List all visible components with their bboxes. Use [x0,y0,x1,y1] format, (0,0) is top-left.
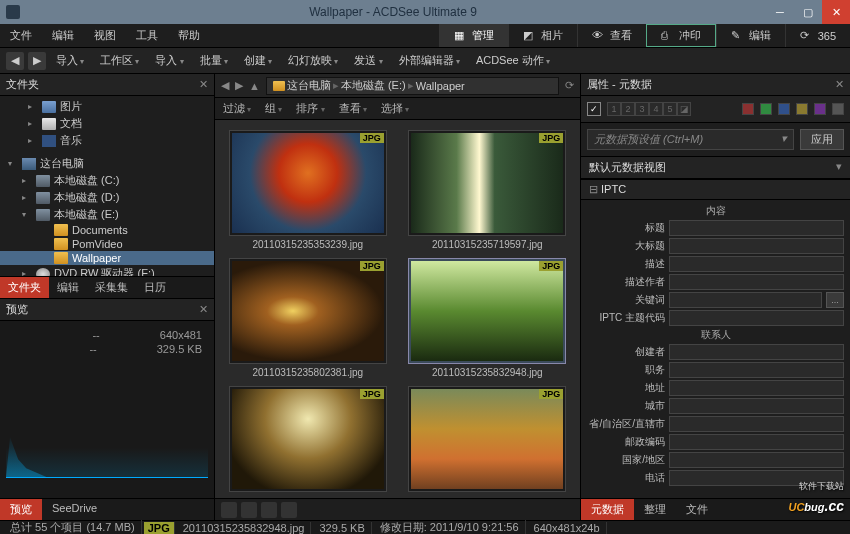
path-back-icon[interactable]: ◀ [221,79,229,92]
mode-photo[interactable]: ◩相片 [508,24,577,47]
panel-close-icon[interactable]: ✕ [199,78,208,91]
panel-close-icon[interactable]: ✕ [199,303,208,316]
tool-icon[interactable] [221,502,237,518]
color-label[interactable] [814,103,826,115]
minimize-button[interactable]: ─ [766,0,794,24]
tree-node-folder-documents[interactable]: Documents [0,223,214,237]
rating-4[interactable]: 4 [649,102,663,116]
rating-clear[interactable]: ◪ [677,102,691,116]
tree-node-this-pc[interactable]: ▾这台电脑 [0,155,214,172]
tree-node-drive-d[interactable]: ▸本地磁盘 (D:) [0,189,214,206]
tool-icon[interactable] [281,502,297,518]
rating-5[interactable]: 5 [663,102,677,116]
path-up-icon[interactable]: ▲ [249,80,260,92]
path-fwd-icon[interactable]: ▶ [235,79,243,92]
refresh-icon[interactable]: ⟳ [565,79,574,92]
tb-acd-actions[interactable]: ACDSee 动作 [470,51,556,70]
headline-field[interactable] [669,238,844,254]
color-label[interactable] [760,103,772,115]
menu-file[interactable]: 文件 [0,24,42,47]
mode-manage[interactable]: ▦管理 [439,24,508,47]
mode-365[interactable]: ⟳365 [785,24,850,47]
color-label[interactable] [832,103,844,115]
rating-1[interactable]: 1 [607,102,621,116]
tree-node-drive-c[interactable]: ▸本地磁盘 (C:) [0,172,214,189]
mode-edit[interactable]: ✎编辑 [716,24,785,47]
state-field[interactable] [669,416,844,432]
tag-checkbox[interactable]: ✓ [587,102,601,116]
menu-view[interactable]: 视图 [84,24,126,47]
tb-ext-editor[interactable]: 外部编辑器 [393,51,466,70]
desc-writer-field[interactable] [669,274,844,290]
color-label[interactable] [778,103,790,115]
rating-2[interactable]: 2 [621,102,635,116]
menu-help[interactable]: 帮助 [168,24,210,47]
thumb-item[interactable]: JPG [405,386,571,495]
view-dropdown[interactable]: 查看 [339,101,367,116]
mode-develop[interactable]: ⎙冲印 [646,24,716,47]
city-field[interactable] [669,398,844,414]
description-field[interactable] [669,256,844,272]
creator-field[interactable] [669,344,844,360]
tb-export[interactable]: 导入 [149,51,189,70]
back-button[interactable]: ◀ [6,52,24,70]
color-label[interactable] [742,103,754,115]
apply-button[interactable]: 应用 [800,129,844,150]
country-field[interactable] [669,452,844,468]
section-iptc[interactable]: ⊟ IPTC [581,179,850,200]
pictures-icon [42,101,56,113]
tab-preview[interactable]: 预览 [0,499,42,520]
title-field[interactable] [669,220,844,236]
select-dropdown[interactable]: 选择 [381,101,409,116]
thumb-item[interactable]: JPG20110315235719597.jpg [405,130,571,250]
maximize-button[interactable]: ▢ [794,0,822,24]
tree-node-folder-pomvideo[interactable]: PomVideo [0,237,214,251]
tree-node-folder-wallpaper[interactable]: Wallpaper [0,251,214,265]
tb-slideshow[interactable]: 幻灯放映 [282,51,344,70]
color-label[interactable] [796,103,808,115]
tab-organize[interactable]: 整理 [634,499,676,520]
tab-folders[interactable]: 文件夹 [0,277,49,298]
tree-node-documents[interactable]: ▸文档 [0,115,214,132]
tree-node-pictures[interactable]: ▸图片 [0,98,214,115]
filter-dropdown[interactable]: 过滤 [223,101,251,116]
rating-3[interactable]: 3 [635,102,649,116]
tree-node-drive-e[interactable]: ▾本地磁盘 (E:) [0,206,214,223]
menu-edit[interactable]: 编辑 [42,24,84,47]
tab-edit[interactable]: 编辑 [49,277,87,298]
thumb-item[interactable]: JPG20110315235802381.jpg [225,258,391,378]
keywords-field[interactable] [669,292,822,308]
metadata-preset-select[interactable]: 元数据预设值 (Ctrl+M)▾ [587,129,794,150]
tool-icon[interactable] [261,502,277,518]
thumb-item[interactable]: JPG20110315235832948.jpg [405,258,571,378]
tb-workspace[interactable]: 工作区 [94,51,145,70]
mode-view[interactable]: 👁查看 [577,24,646,47]
forward-button[interactable]: ▶ [28,52,46,70]
job-title-field[interactable] [669,362,844,378]
tb-send[interactable]: 发送 [348,51,388,70]
tool-icon[interactable] [241,502,257,518]
tb-import[interactable]: 导入 [50,51,90,70]
postal-field[interactable] [669,434,844,450]
section-default[interactable]: 默认元数据视图▾ [581,156,850,179]
breadcrumb[interactable]: 这台电脑▸ 本地磁盘 (E:)▸ Wallpaper [266,77,559,95]
thumb-item[interactable]: JPG [225,386,391,495]
group-dropdown[interactable]: 组 [265,101,282,116]
tree-node-music[interactable]: ▸音乐 [0,132,214,149]
tab-file[interactable]: 文件 [676,499,718,520]
tb-batch[interactable]: 批量 [194,51,234,70]
tab-catalog[interactable]: 采集集 [87,277,136,298]
thumb-item[interactable]: JPG20110315235353239.jpg [225,130,391,250]
tb-create[interactable]: 创建 [238,51,278,70]
menu-tools[interactable]: 工具 [126,24,168,47]
tab-seedrive[interactable]: SeeDrive [42,499,107,520]
tab-metadata[interactable]: 元数据 [581,499,634,520]
iptc-subject-field[interactable] [669,310,844,326]
sort-dropdown[interactable]: 排序 [296,101,324,116]
tab-calendar[interactable]: 日历 [136,277,174,298]
address-field[interactable] [669,380,844,396]
tree-node-dvd[interactable]: ▸DVD RW 驱动器 (F:) [0,265,214,276]
close-button[interactable]: ✕ [822,0,850,24]
keywords-more-button[interactable]: … [826,292,844,308]
panel-close-icon[interactable]: ✕ [835,78,844,91]
